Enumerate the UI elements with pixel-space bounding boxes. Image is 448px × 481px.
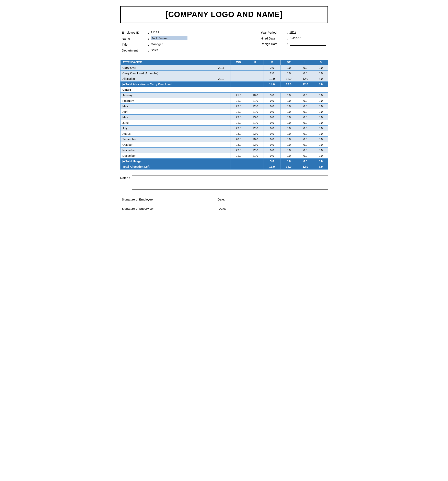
row-v: 0.0 (264, 137, 280, 142)
row-l: 0.0 (297, 142, 314, 148)
row-l: 12.0 (297, 76, 314, 82)
employee-sig-line (157, 201, 209, 201)
row-s: 0.0 (314, 131, 328, 137)
row-wd (230, 158, 247, 164)
row-p: 23.0 (247, 131, 264, 137)
row-sub (212, 148, 231, 153)
row-label: ▶ Total Usage (120, 158, 212, 164)
row-wd: 22.0 (230, 104, 247, 109)
table-row: November22.022.00.00.00.00.0 (120, 148, 328, 153)
row-bt: 0.0 (280, 93, 297, 98)
employee-dept-label: Department (122, 49, 146, 52)
row-s: 0.0 (314, 120, 328, 126)
row-v: 11.0 (264, 164, 280, 170)
row-p: 21.0 (247, 120, 264, 126)
company-header: [COMPANY LOGO AND NAME] (120, 6, 328, 23)
row-bt: 0.0 (280, 142, 297, 148)
row-v: 0.0 (264, 98, 280, 104)
supervisor-signature-row: Signature of Supervisor : Date: (122, 207, 326, 210)
table-row: January21.018.03.00.00.00.0 (120, 93, 328, 98)
row-s: 0.0 (314, 109, 328, 115)
row-bt: 0.0 (280, 65, 297, 71)
row-sub (212, 82, 231, 87)
row-bt: 0.0 (280, 115, 297, 120)
row-wd: 23.0 (230, 115, 247, 120)
row-l: 0.0 (297, 120, 314, 126)
employee-signature-row: Signature of Employee : Date: (122, 198, 326, 201)
notes-box[interactable] (132, 175, 328, 189)
row-v: 2.0 (264, 71, 280, 76)
row-label: April (120, 109, 212, 115)
resign-date-value (290, 45, 326, 45)
row-p: 18.0 (247, 93, 264, 98)
row-v: 3.0 (264, 93, 280, 98)
employee-id-row: Employee ID : 11111 (122, 30, 187, 34)
row-p: 21.0 (247, 153, 264, 158)
row-p: 21.0 (247, 109, 264, 115)
employee-date-label: Date: (217, 198, 225, 201)
row-s: 8.0 (314, 82, 328, 87)
row-label: October (120, 142, 212, 148)
row-s: 0.0 (314, 153, 328, 158)
row-sub (212, 126, 231, 131)
row-wd: 22.0 (230, 148, 247, 153)
row-p: 23.0 (247, 115, 264, 120)
row-s: 0.0 (314, 142, 328, 148)
row-bt: 0.0 (280, 98, 297, 104)
row-label: Carry Over (120, 65, 212, 71)
row-v: 0.0 (264, 148, 280, 153)
row-p: 22.0 (247, 126, 264, 131)
row-sub (212, 164, 231, 170)
employee-title-value: Manager (151, 42, 187, 46)
col-v: V (264, 60, 280, 65)
employee-title-row: Title : Manager (122, 42, 187, 46)
row-sub (212, 137, 231, 142)
row-v: 0.0 (264, 120, 280, 126)
employee-sig-label: Signature of Employee : (122, 198, 155, 201)
info-right-panel: Year Period : 2012 Hired Date : 3-Jan-11… (261, 30, 326, 52)
table-row: May23.023.00.00.00.00.0 (120, 115, 328, 120)
row-sub (212, 93, 231, 98)
table-row: Allocation201212.012.012.08.0 (120, 76, 328, 82)
row-wd: 22.0 (230, 126, 247, 131)
row-wd: 23.0 (230, 142, 247, 148)
employee-title-colon: : (146, 43, 151, 46)
row-label: September (120, 137, 212, 142)
row-bt: 12.0 (280, 76, 297, 82)
col-l: L (297, 60, 314, 65)
row-p: 22.0 (247, 148, 264, 153)
row-label: Carry Over Used (4 months) (120, 71, 212, 76)
col-bt: BT (280, 60, 297, 65)
table-row: September20.020.00.00.00.00.0 (120, 137, 328, 142)
info-left-panel: Employee ID : 11111 Name : Jack Banner T… (122, 30, 187, 52)
row-s: 0.0 (314, 126, 328, 131)
row-wd (230, 76, 247, 82)
row-s: 0.0 (314, 115, 328, 120)
hired-date-value: 3-Jan-11 (290, 36, 326, 40)
employee-info-section: Employee ID : 11111 Name : Jack Banner T… (120, 30, 328, 52)
attendance-table: ATTENDANCE WD P V BT L S Carry Over20112… (120, 60, 328, 170)
row-v: 0.0 (264, 153, 280, 158)
row-v: 0.0 (264, 142, 280, 148)
usage-label: Usage (120, 87, 328, 93)
resign-date-label: Resign Date (261, 42, 285, 45)
row-p: 22.0 (247, 104, 264, 109)
row-wd: 21.0 (230, 93, 247, 98)
table-row: February21.021.00.00.00.00.0 (120, 98, 328, 104)
table-row: October23.023.00.00.00.00.0 (120, 142, 328, 148)
row-wd: 20.0 (230, 137, 247, 142)
year-period-colon: : (285, 31, 290, 34)
employee-dept-value: Sales (151, 48, 187, 52)
row-label: August (120, 131, 212, 137)
row-l: 0.0 (297, 148, 314, 153)
row-label: Total Allocation Left (120, 164, 212, 170)
employee-id-value: 11111 (151, 30, 187, 34)
row-p (247, 82, 264, 87)
row-sub (212, 120, 231, 126)
row-s: 8.0 (314, 164, 328, 170)
employee-id-colon: : (146, 31, 151, 34)
row-l: 0.0 (297, 131, 314, 137)
row-sub: 2011 (212, 65, 231, 71)
row-l: 0.0 (297, 126, 314, 131)
company-logo-name: [COMPANY LOGO AND NAME] (165, 10, 283, 19)
